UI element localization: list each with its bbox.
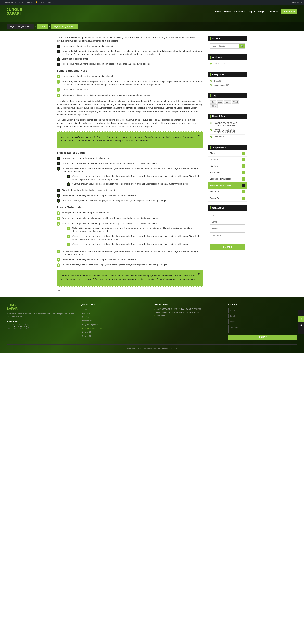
side-twitter-icon[interactable]: t: [298, 328, 304, 334]
notif-count[interactable]: 🔔 3: [35, 1, 39, 4]
contact-phone-input[interactable]: [210, 226, 245, 231]
list-item: 🌿 Lorem ipsum dolor sit amet, consectetu…: [56, 44, 203, 48]
footer-email-input[interactable]: [228, 314, 298, 318]
contact-name-input[interactable]: [210, 213, 245, 218]
twitter-icon[interactable]: t: [24, 324, 29, 329]
breadcrumb-home[interactable]: Home: [37, 24, 48, 29]
category-item[interactable]: 🌿 Tree (1): [210, 79, 245, 83]
menu-arrow: ›: [242, 190, 246, 194]
menu-item-shop[interactable]: Shop ›: [208, 150, 248, 156]
recent-post-item[interactable]: 🌿 HOW INTERACTION WITH ANIMAL CAN RELEAS…: [210, 121, 245, 128]
facebook-icon[interactable]: f: [6, 324, 11, 329]
edit-link[interactable]: Edit: [56, 290, 203, 292]
num-badge: 3: [56, 222, 60, 226]
list-text: Pellentesque habitant morbi tristique se…: [62, 62, 150, 66]
menu-item-blog-sidebar[interactable]: Blog With Right Sidebar ›: [208, 176, 248, 182]
edit-page-link[interactable]: Edit Page: [48, 1, 56, 3]
footer-link[interactable]: ›My account: [80, 320, 150, 322]
num-badge: 2: [67, 235, 70, 238]
footer-message-input[interactable]: [228, 325, 298, 333]
num-badge: 2: [56, 80, 60, 84]
side-facebook-icon[interactable]: f: [298, 310, 304, 316]
footer-link[interactable]: ›Shop: [80, 308, 150, 311]
order-text: Nam ac nibh id turpis efficitur pellente…: [62, 222, 203, 248]
nested-item: 🌿 Vivamus pretium neque libero, sed dign…: [67, 182, 203, 186]
order-text: Phasellus egestas, nulla et vestibulum t…: [62, 263, 168, 266]
icon-list-1: 🌿 Lorem ipsum dolor sit amet, consectetu…: [56, 44, 203, 66]
footer-link[interactable]: ›Service 04: [80, 334, 150, 337]
bullet-item: 🌿 Sed imperdiet venenatis justo a ornare…: [56, 194, 203, 198]
footer-link-active[interactable]: ›Page With Right Sidebar: [80, 327, 150, 330]
contact-message-input[interactable]: [210, 232, 245, 242]
pinterest-icon[interactable]: P: [12, 324, 17, 329]
footer-recent-item[interactable]: › HOW INTERACTION WITH ANIMAL CAN RELEAS…: [154, 308, 224, 310]
book-tour-button[interactable]: Book A Tour: [281, 9, 298, 14]
customize-link[interactable]: Customize: [25, 1, 33, 3]
side-instagram2-icon[interactable]: ◉: [298, 322, 304, 328]
recent-post-widget-body: 🌿 HOW INTERACTION WITH ANIMAL CAN RELEAS…: [208, 119, 248, 141]
intro-paragraph: LOOKLOOKFusce Lorem ipsum dolor sit amet…: [56, 36, 203, 43]
footer-recent-item[interactable]: › Hello world!: [154, 315, 224, 317]
menu-item-checkout[interactable]: Checkout ›: [208, 156, 248, 163]
list-text: Nunc vel ligula in augue tristique pelle…: [62, 50, 203, 56]
nav-blog[interactable]: Blog ▾: [258, 10, 264, 13]
title-bar: [210, 94, 211, 97]
footer-link[interactable]: ›Blog With Right Sidebar: [80, 323, 150, 326]
numbered-item: 4 Pellentesque habitant morbi tristique …: [56, 94, 203, 97]
footer-link[interactable]: ›Site Map: [80, 316, 150, 318]
tag-item[interactable]: Silver: [210, 104, 218, 108]
tag-item[interactable]: Gold: [224, 100, 231, 104]
menu-item-page-sidebar[interactable]: Page With Right Sidebar ›: [208, 182, 248, 189]
bullet-item: 🌿 Nulla facilisi. Maecenas lacinia ac ni…: [56, 167, 203, 187]
blockquote-1: " Nec cursus lacus rhoncus. Ut mi dui, e…: [56, 132, 203, 148]
admin-bar-right: Howdy, admin: [291, 1, 302, 3]
recent-post-item[interactable]: 🌿 Hello world!: [210, 134, 245, 139]
tag-widget-title: Tag: [208, 93, 248, 98]
order-text: Sed imperdiet venenatis justo a ornare. …: [62, 258, 137, 261]
contact-submit-button[interactable]: SUBMIT: [210, 244, 245, 250]
menu-item-service05[interactable]: Service 05 ›: [208, 189, 248, 195]
order-item: 2 Nam ac nibh id turpis efficitur pellen…: [56, 216, 203, 220]
nav-shortcode[interactable]: Shortcode ▾: [234, 10, 246, 13]
bullet-text: Sed imperdiet venenatis justo a ornare. …: [62, 194, 137, 197]
footer-submit-button[interactable]: SUBMIT: [228, 334, 298, 340]
order-text: Nulla facilisi. Maecenas lacinia ac nisi…: [62, 250, 203, 256]
instagram-icon[interactable]: ◎: [18, 324, 23, 329]
tag-item[interactable]: Good: [232, 100, 239, 104]
contact-email-input[interactable]: [210, 219, 245, 224]
archive-item[interactable]: June 2023 (3): [210, 62, 245, 66]
nav-service[interactable]: Service: [224, 10, 231, 13]
footer-link[interactable]: ›Service 05: [80, 331, 150, 334]
footer-link[interactable]: ›Checkout: [80, 312, 150, 314]
search-input[interactable]: [210, 44, 239, 48]
site-name[interactable]: forest-adventure-tours-pro: [2, 1, 23, 3]
category-label: Uncategorized (2): [214, 84, 230, 86]
nav-contact[interactable]: Contact Us: [268, 10, 278, 13]
footer-name-input[interactable]: [228, 308, 298, 313]
tag-item[interactable]: Bear: [217, 100, 224, 104]
top-nav: JUNGLE SAFARI Home Service Shortcode ▾ P…: [0, 4, 304, 18]
footer-phone-input[interactable]: [228, 319, 298, 324]
category-dot: 🌿: [210, 84, 212, 86]
admin-bar-left: forest-adventure-tours-pro Customize 🔔 3…: [2, 1, 56, 4]
tag-item[interactable]: Bat: [210, 100, 216, 104]
breadcrumb-current: Page With Right Sidebar: [50, 24, 78, 29]
menu-item-sitemap[interactable]: Site Map ›: [208, 163, 248, 170]
recent-post-item[interactable]: 🌿 HOW INTERACTION WITH ANIMAL CAN RELEAS…: [210, 128, 245, 134]
footer-recent-item[interactable]: › HOW INTERACTION WITH ANIMAL CAN RELEAS…: [154, 312, 224, 313]
category-item[interactable]: 🌿 Uncategorized (2): [210, 83, 245, 87]
new-link[interactable]: + New: [41, 1, 46, 3]
nav-home[interactable]: Home: [215, 10, 220, 13]
menu-label: Checkout: [210, 158, 218, 161]
menu-item-account[interactable]: My account ›: [208, 170, 248, 176]
nav-page[interactable]: Page ▾: [249, 10, 255, 13]
menu-item-service04[interactable]: Service 04 ›: [208, 195, 248, 202]
title-bar: [210, 73, 211, 76]
long-para: Lorem ipsum dolor sit amet, consectetur …: [56, 100, 203, 117]
content-area: LOOKLOOKFusce Lorem ipsum dolor sit amet…: [56, 36, 203, 292]
side-instagram-icon[interactable]: ◎: [298, 316, 304, 322]
search-button[interactable]: 🔍: [239, 44, 245, 48]
categories-widget: Categories 🌿 Tree (1) 🌿 Uncategorized (2…: [208, 72, 248, 89]
archives-widget-body: June 2023 (3): [208, 60, 248, 68]
bullet-list: 🌿 Nunc quis ante et enim viverra porttit…: [56, 156, 203, 203]
